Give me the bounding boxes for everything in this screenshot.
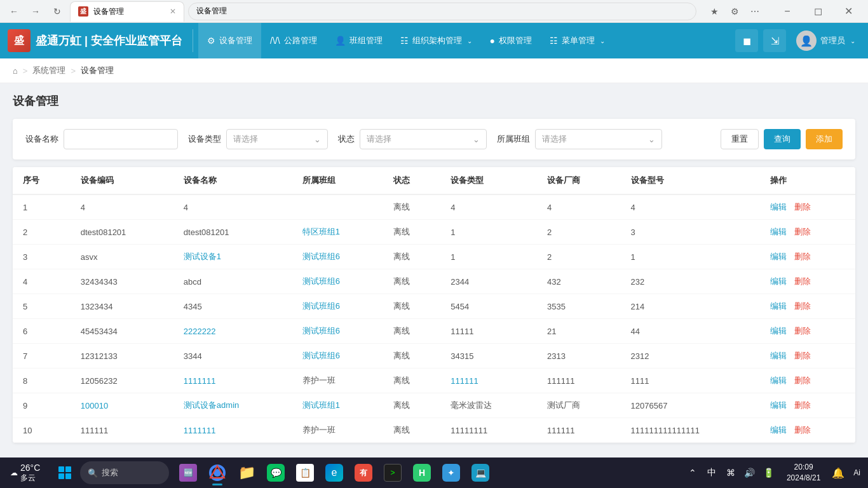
status-select[interactable]: 请选择 ⌄	[360, 129, 487, 149]
monitor-button[interactable]: ◼	[735, 29, 758, 52]
browser-tab[interactable]: 盛 设备管理 ✕	[70, 1, 184, 22]
taskbar-chinese-icon[interactable]: 中	[703, 464, 721, 482]
nav-item-shift[interactable]: 👤 班组管理	[326, 23, 391, 58]
logo-icon: 盛	[8, 29, 31, 52]
breadcrumb-system[interactable]: 系统管理	[32, 65, 65, 76]
taskbar-wifi-icon[interactable]: ⌘	[722, 464, 740, 482]
delete-button[interactable]: 删除	[794, 227, 811, 236]
delete-button[interactable]: 删除	[794, 326, 811, 336]
cell-group[interactable]: 测试班组6	[292, 344, 383, 369]
device-type-label: 设备类型	[188, 133, 221, 145]
cell-group[interactable]: 测试班组6	[292, 269, 383, 294]
cell-action: 编辑 删除	[760, 369, 855, 393]
breadcrumb-home[interactable]: ⌂	[13, 66, 18, 76]
edit-button[interactable]: 编辑	[770, 326, 787, 336]
taskbar-app-wechat[interactable]: 💬	[262, 459, 290, 487]
delete-button[interactable]: 删除	[794, 301, 811, 311]
extensions-button[interactable]: ⚙	[726, 3, 743, 20]
cell-code[interactable]: 100010	[71, 393, 173, 418]
filter-row: 设备名称 设备类型 请选择 ⌄ 状态 请选择 ⌄ 所属班组	[25, 129, 843, 149]
taskbar-ai[interactable]: Ai	[851, 468, 863, 477]
query-button[interactable]: 查询	[764, 129, 801, 149]
close-tab-button[interactable]: ✕	[170, 7, 176, 16]
logo-area: 盛 盛通万虹 | 安全作业监管平台	[8, 29, 193, 52]
delete-button[interactable]: 删除	[794, 202, 811, 212]
taskbar-notify[interactable]: 🔔	[829, 464, 847, 482]
taskbar-app-notes[interactable]: 📋	[291, 459, 319, 487]
delete-button[interactable]: 删除	[794, 276, 811, 286]
close-button[interactable]: ✕	[834, 3, 863, 20]
taskbar-app-h[interactable]: H	[408, 459, 436, 487]
delete-button[interactable]: 删除	[794, 376, 811, 385]
edit-button[interactable]: 编辑	[770, 351, 787, 360]
back-button[interactable]: ←	[5, 3, 23, 20]
taskbar-expand-icon[interactable]: ⌃	[684, 464, 702, 482]
address-bar[interactable]: 设备管理	[188, 3, 696, 20]
edit-button[interactable]: 编辑	[770, 376, 787, 385]
table-row: 8 12056232 1111111 养护一班 离线 111111 111111…	[13, 369, 855, 393]
weather-icon: ☁	[10, 468, 18, 477]
taskbar-volume-icon[interactable]: 🔊	[741, 464, 759, 482]
add-button[interactable]: 添加	[806, 129, 843, 149]
edit-button[interactable]: 编辑	[770, 301, 787, 311]
delete-button[interactable]: 删除	[794, 400, 811, 410]
user-button[interactable]: 👤 管理员 ⌄	[791, 28, 860, 53]
nav-item-menu[interactable]: ☷ 菜单管理 ⌄	[541, 23, 614, 58]
cell-name[interactable]: 测试设备admin	[173, 393, 292, 418]
edit-button[interactable]: 编辑	[770, 400, 787, 410]
cell-type: 34315	[440, 344, 537, 369]
cell-type[interactable]: 111111	[440, 369, 537, 393]
edit-button[interactable]: 编辑	[770, 227, 787, 236]
taskbar-app-unknown1[interactable]: 🆕	[174, 459, 202, 487]
taskbar-app-terminal[interactable]: >	[379, 459, 407, 487]
taskbar-clock[interactable]: 20:09 2024/8/21	[782, 462, 825, 484]
start-button[interactable]	[52, 460, 78, 485]
cell-group	[292, 194, 383, 220]
forward-button[interactable]: →	[27, 3, 44, 20]
nav-item-org[interactable]: ☷ 组织架构管理 ⌄	[391, 23, 481, 58]
reset-button[interactable]: 重置	[721, 129, 759, 149]
delete-button[interactable]: 删除	[794, 425, 811, 435]
taskbar-app-star[interactable]: ✦	[437, 459, 465, 487]
taskbar-app-monitor[interactable]: 💻	[466, 459, 494, 487]
cell-code: 1323434	[71, 294, 173, 319]
more-button[interactable]: ⋯	[746, 3, 764, 20]
edit-button[interactable]: 编辑	[770, 425, 787, 435]
taskbar-battery-icon[interactable]: 🔋	[760, 464, 778, 482]
cell-name[interactable]: 2222222	[173, 319, 292, 344]
cell-group[interactable]: 测试班组1	[292, 393, 383, 418]
bookmarks-button[interactable]: ★	[705, 3, 723, 20]
device-name-input[interactable]	[64, 129, 178, 149]
cell-status: 离线	[383, 418, 441, 443]
shift-nav-icon: 👤	[335, 36, 346, 46]
cell-name[interactable]: 1111111	[173, 418, 292, 443]
cell-group[interactable]: 测试班组6	[292, 319, 383, 344]
nav-item-road[interactable]: /\/\ 公路管理	[261, 23, 326, 58]
edit-button[interactable]: 编辑	[770, 276, 787, 286]
refresh-button[interactable]: ↻	[48, 3, 66, 20]
org-nav-icon: ☷	[400, 36, 409, 46]
cell-vendor: 111111	[537, 418, 620, 443]
group-select[interactable]: 请选择 ⌄	[535, 129, 662, 149]
edit-button[interactable]: 编辑	[770, 202, 787, 212]
taskbar-app-yd[interactable]: 有	[349, 459, 377, 487]
taskbar-app-chrome[interactable]	[203, 459, 231, 487]
nav-item-permission[interactable]: ● 权限管理	[481, 23, 541, 58]
edit-button[interactable]: 编辑	[770, 252, 787, 261]
taskbar-app-folder[interactable]: 📁	[233, 459, 261, 487]
cell-group[interactable]: 特区班组1	[292, 220, 383, 245]
minimize-button[interactable]: −	[773, 3, 802, 20]
delete-button[interactable]: 删除	[794, 351, 811, 360]
status-placeholder: 请选择	[367, 133, 391, 145]
cell-name[interactable]: 测试设备1	[173, 245, 292, 269]
cell-group[interactable]: 测试班组6	[292, 245, 383, 269]
device-type-select[interactable]: 请选择 ⌄	[226, 129, 328, 149]
maximize-button[interactable]: ◻	[803, 3, 832, 20]
fullscreen-button[interactable]: ⇲	[763, 29, 786, 52]
nav-item-device[interactable]: ⚙ 设备管理	[198, 23, 261, 58]
delete-button[interactable]: 删除	[794, 252, 811, 261]
taskbar-app-edge[interactable]: e	[320, 459, 348, 487]
cell-name[interactable]: 1111111	[173, 369, 292, 393]
cell-group[interactable]: 测试班组6	[292, 294, 383, 319]
taskbar-search[interactable]: 🔍 搜索	[80, 461, 169, 484]
